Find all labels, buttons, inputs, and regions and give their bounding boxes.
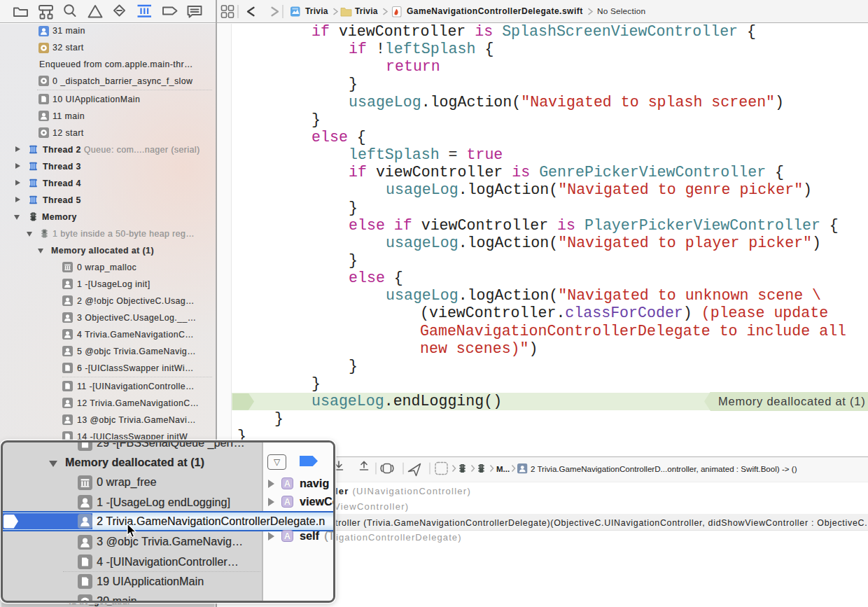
- svg-text:2 Trivia.GameNavigationControl: 2 Trivia.GameNavigationControllerD...ont…: [531, 464, 797, 473]
- svg-text:M...: M...: [496, 465, 510, 473]
